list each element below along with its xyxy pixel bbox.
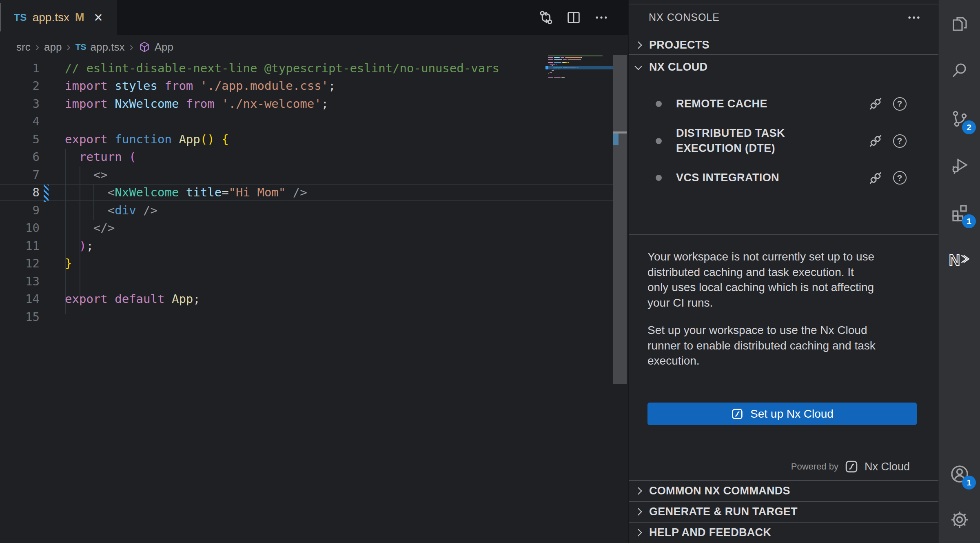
powered-by: Powered by Nx Cloud: [791, 457, 910, 476]
more-actions-icon[interactable]: [592, 9, 610, 27]
explorer-icon[interactable]: [948, 12, 971, 35]
nx-cloud-item-icons: ?: [867, 95, 908, 112]
code-line-5[interactable]: 5export function App() {: [0, 130, 613, 148]
breadcrumb-item-apptsx[interactable]: TSapp.tsx: [75, 41, 125, 53]
code-line-13[interactable]: 13: [0, 272, 613, 290]
code-text: return (: [65, 150, 136, 164]
code-token: [122, 150, 129, 164]
minimap-token: [548, 57, 553, 58]
code-token: from: [164, 79, 193, 93]
code-token: import: [65, 79, 108, 93]
tab-app-tsx[interactable]: TS app.tsx M ×: [0, 0, 117, 35]
section-help-and-feedback[interactable]: HELP AND FEEDBACK: [629, 522, 938, 542]
help-icon[interactable]: ?: [891, 132, 908, 149]
code-line-4[interactable]: 4: [0, 113, 613, 131]
minimap-current-line: [545, 66, 616, 69]
code-token: // eslint-disable-next-line @typescript-…: [65, 61, 499, 75]
source-control-icon[interactable]: 2: [948, 107, 971, 130]
code-token: [179, 97, 186, 111]
help-icon[interactable]: ?: [891, 169, 908, 187]
code-line-11[interactable]: 11 );: [0, 237, 613, 255]
code-token: [108, 292, 115, 306]
section-common-nx-commands[interactable]: COMMON NX COMMANDS: [629, 480, 938, 501]
minimap-token: [565, 57, 581, 58]
breadcrumb-item-app[interactable]: app: [44, 41, 62, 53]
minimap-token: [562, 62, 565, 63]
connect-icon[interactable]: [867, 169, 884, 187]
compare-changes-icon[interactable]: [537, 9, 555, 27]
code-token: />: [136, 203, 157, 217]
code-token: div: [115, 203, 136, 217]
vertical-scrollbar[interactable]: [613, 55, 627, 384]
extensions-icon[interactable]: 1: [948, 201, 971, 224]
activity-bar: 2 1 N: [938, 0, 980, 543]
close-tab-icon[interactable]: ×: [94, 10, 102, 25]
search-icon[interactable]: [948, 59, 971, 82]
line-number: 10: [0, 221, 40, 235]
paragraph-line: your CI runs.: [647, 295, 920, 311]
nx-cloud-item[interactable]: REMOTE CACHE ?: [629, 86, 938, 122]
code-line-7[interactable]: 7 <>: [0, 166, 613, 184]
minimap-token: [556, 64, 557, 65]
minimap-token: [554, 77, 560, 78]
code-token: }: [65, 256, 72, 270]
code-text: import styles from './app.module.css';: [65, 79, 336, 93]
section-label: HELP AND FEEDBACK: [649, 526, 771, 539]
code-line-6[interactable]: 6 return (: [0, 148, 613, 166]
code-editor[interactable]: 1// eslint-disable-next-line @typescript…: [0, 59, 628, 543]
svg-text:N: N: [949, 251, 960, 269]
code-line-2[interactable]: 2import styles from './app.module.css';: [0, 77, 613, 95]
code-token: styles: [115, 79, 157, 93]
line-number: 9: [0, 203, 40, 217]
code-line-14[interactable]: 14export default App;: [0, 290, 613, 308]
code-token: <>: [65, 168, 108, 182]
vscode-window: TS app.tsx M ×: [0, 0, 980, 543]
nx-cloud-item[interactable]: DISTRIBUTED TASK EXECUTION (DTE) ?: [629, 122, 938, 159]
code-token: [108, 97, 115, 111]
code-token: (): [200, 132, 215, 146]
line-number: 2: [0, 79, 40, 93]
line-number: 5: [0, 132, 40, 146]
line-number: 12: [0, 256, 40, 270]
connect-icon[interactable]: [867, 132, 884, 149]
nx-console-activity-icon[interactable]: N: [948, 248, 971, 271]
code-token: NxWelcome: [115, 97, 179, 111]
setup-instruction-text: Set up your workspace to use the Nx Clou…: [647, 323, 920, 369]
breadcrumb-item-App[interactable]: App: [138, 41, 173, 53]
run-debug-icon[interactable]: [948, 154, 971, 177]
breadcrumb-item-src[interactable]: src: [16, 41, 31, 53]
code-token: [164, 292, 171, 306]
minimap[interactable]: [548, 55, 613, 80]
code-token: ;: [328, 79, 335, 93]
accounts-icon[interactable]: 1: [948, 463, 971, 485]
code-token: />: [286, 185, 307, 199]
minimap-token: [552, 70, 554, 71]
help-icon[interactable]: ?: [891, 95, 908, 112]
code-line-10[interactable]: 10 </>: [0, 219, 613, 237]
breadcrumb-separator: ›: [35, 40, 39, 53]
code-line-8[interactable]: 8 <NxWelcome title="Hi Mom" />: [0, 184, 613, 202]
code-text: export function App() {: [65, 132, 229, 146]
paragraph-line: execution.: [647, 353, 920, 369]
code-line-9[interactable]: 9 <div />: [0, 201, 613, 219]
setup-nx-cloud-button[interactable]: Set up Nx Cloud: [647, 403, 917, 425]
panel-title: NX CONSOLE: [649, 11, 720, 23]
code-line-15[interactable]: 15: [0, 308, 613, 326]
settings-gear-icon[interactable]: [948, 508, 971, 531]
nx-cloud-item[interactable]: VCS INTEGRATION ?: [629, 167, 938, 189]
code-token: [193, 79, 200, 93]
line-number: 7: [0, 168, 40, 182]
minimap-token: [554, 59, 562, 60]
code-line-3[interactable]: 3import NxWelcome from './nx-welcome';: [0, 95, 613, 113]
code-line-12[interactable]: 12}: [0, 255, 613, 273]
connect-icon[interactable]: [867, 95, 884, 112]
code-line-1[interactable]: 1// eslint-disable-next-line @typescript…: [0, 59, 613, 77]
split-editor-icon[interactable]: [565, 9, 583, 27]
panel-more-actions-icon[interactable]: [906, 9, 922, 26]
line-number: 13: [0, 274, 40, 288]
line-number: 1: [0, 61, 40, 75]
section-projects[interactable]: PROJECTS: [629, 36, 938, 55]
section-generate-run-target[interactable]: GENERATE & RUN TARGET: [629, 501, 938, 521]
section-nx-cloud[interactable]: NX CLOUD: [629, 56, 938, 78]
code-token: [172, 132, 179, 146]
